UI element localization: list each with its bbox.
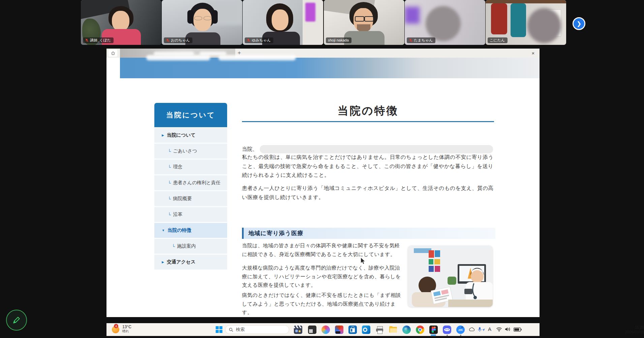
triangle-right-icon: ▶ (162, 134, 164, 137)
participant-name: おのちゃん (171, 38, 190, 42)
wifi-icon[interactable] (496, 327, 502, 332)
windows-logo-icon (219, 330, 222, 333)
shared-browser-window: + × 当院について ▶ 当院について └ ごあいさつ └ 理念 └ 患者さんの… (106, 49, 540, 317)
tray-date: 2026/03/15 (606, 330, 644, 334)
sidebar-item-label: 沿革 (173, 212, 182, 218)
onedrive-icon[interactable] (468, 327, 475, 332)
doctor-patient-photo (408, 246, 493, 307)
participant-name: shoji nakada (328, 38, 349, 42)
printer-icon[interactable] (375, 326, 384, 334)
video-tile-3[interactable]: ゆみちゃん (243, 0, 323, 45)
branch-icon: └ (168, 196, 171, 201)
branch-icon: └ (168, 212, 171, 217)
video-tile-6[interactable]: こにたん (486, 0, 566, 45)
participant-name: たまちゃん (414, 38, 433, 42)
branch-icon: └ (168, 180, 171, 186)
sidebar-item-philosophy[interactable]: └ 理念 (154, 159, 227, 174)
mic-muted-icon (247, 38, 250, 42)
windows-logo-icon (219, 326, 222, 329)
section-paragraph: 大規模な病院のような高度な専門的治療だけでなく、診療や入院治療に加えて、リハビリ… (242, 263, 404, 289)
page-title: 当院の特徴 (242, 104, 494, 118)
sidebar-item-greeting[interactable]: └ ごあいさつ (154, 143, 227, 159)
sidebar-item-history[interactable]: └ 沿革 (154, 206, 227, 222)
sidebar-item-access[interactable]: ▶ 交通アクセス (154, 254, 227, 270)
sidebar-item-patient-rights[interactable]: └ 患者さんの権利と責任 (154, 175, 227, 190)
section-paragraph: 病気のときだけではなく、健康に不安を感じたときにも「まず相談してみよう」と思って… (242, 291, 404, 317)
chrome-icon[interactable] (416, 326, 424, 334)
volume-icon[interactable] (505, 327, 511, 332)
tray-clock[interactable]: 11:29 2026/03/15 (606, 325, 644, 334)
branch-icon: └ (172, 244, 175, 249)
photos-app-icon[interactable] (308, 326, 316, 334)
sidebar-item-about[interactable]: ▶ 当院について (154, 127, 227, 143)
weather-widget[interactable]: 4 13°C 晴れ (111, 325, 131, 334)
triangle-right-icon: ▶ (162, 260, 164, 264)
copilot-icon[interactable] (321, 326, 330, 334)
battery-icon[interactable] (514, 328, 522, 332)
chevron-right-icon: ❯ (577, 20, 581, 27)
participant-name-label: ゆみちゃん (245, 37, 273, 43)
sidebar-item-label: 施設案内 (177, 243, 196, 249)
backpack-teal (511, 3, 526, 37)
neon-sign (305, 3, 315, 22)
blurred-banner-title (146, 55, 210, 60)
sidebar-item-features-active[interactable]: ▼ 当院の特徴 (154, 222, 227, 238)
glasses-right (364, 16, 374, 22)
annotation-tool-button[interactable] (6, 310, 27, 331)
glasses-left (194, 16, 202, 20)
start-button[interactable] (216, 326, 222, 333)
participant-name-label: 講師_くぼた (83, 37, 114, 43)
video-tile-4-active-speaker[interactable]: shoji nakada (324, 0, 404, 45)
video-tile-5[interactable]: たまちゃん (405, 0, 485, 45)
headphone-cup (212, 10, 218, 24)
participant-name: こにたん (490, 38, 505, 42)
triangle-down-icon: ▼ (162, 229, 165, 232)
section-paragraph: 当院は、地域の皆さまが日々の体調不良や健康に関する不安を気軽に相談できる、身近な… (242, 241, 404, 258)
home-icon (111, 51, 115, 55)
video-tile-1[interactable]: 講師_くぼた (81, 0, 161, 45)
sidebar-item-label: 当院の特徴 (167, 227, 191, 233)
photo-illustration (408, 246, 493, 307)
participant-face (272, 9, 288, 30)
figma-icon[interactable] (429, 326, 438, 334)
microsoft-store-icon[interactable] (348, 326, 357, 334)
edge-icon[interactable] (402, 326, 411, 334)
sidebar-item-label: 理念 (173, 164, 182, 170)
windows-taskbar: 4 13°C 晴れ 検索 (106, 323, 540, 336)
blurred-face (426, 6, 461, 41)
ime-indicator[interactable]: A (488, 326, 491, 332)
window-close-button[interactable]: × (529, 49, 537, 57)
file-explorer-icon[interactable] (389, 326, 397, 334)
intro-prefix: 当院、 (242, 146, 258, 153)
mic-muted-icon (85, 38, 89, 42)
video-tile-2[interactable]: おのちゃん (162, 0, 242, 45)
participant-name-label: たまちゃん (407, 37, 435, 43)
redacted-text (260, 145, 493, 153)
tray-time: 11:29 (606, 325, 644, 330)
outlook-icon[interactable] (362, 326, 370, 334)
clipchamp-icon[interactable] (294, 326, 302, 334)
headphone-cup (187, 10, 193, 24)
taskbar-search[interactable]: 検索 (225, 325, 289, 334)
sidebar-item-facilities[interactable]: └ 施設案内 (154, 238, 227, 254)
title-underline (242, 121, 494, 122)
discord-icon[interactable] (443, 326, 451, 334)
sidebar-item-label: 当院について (167, 132, 195, 138)
page-hero-banner (120, 58, 540, 78)
home-button[interactable] (109, 50, 117, 57)
sidebar-item-label: 患者さんの権利と責任 (173, 180, 220, 186)
participant-name-label: こにたん (488, 37, 508, 43)
mic-location-icon[interactable] (478, 327, 485, 332)
running-app-dot (460, 335, 461, 336)
section-heading: 地域に寄り添う医療 (242, 228, 495, 239)
m365-copilot-icon[interactable] (335, 326, 343, 334)
hanging-rail (486, 0, 566, 3)
sidebar-item-label: ごあいさつ (173, 148, 197, 154)
tray-chevron-up[interactable]: ⌃ (460, 326, 464, 331)
next-participants-button[interactable]: ❯ (573, 17, 585, 30)
notification-badge: 4 (114, 324, 118, 328)
sidebar-item-overview[interactable]: └ 病院概要 (154, 191, 227, 206)
body-paragraph: 患者さん一人ひとりに寄り添う「地域コミュニティホスピタル」として、生活そのものを… (242, 184, 498, 202)
branch-icon: └ (168, 165, 171, 170)
sidebar-header: 当院について (154, 103, 227, 127)
